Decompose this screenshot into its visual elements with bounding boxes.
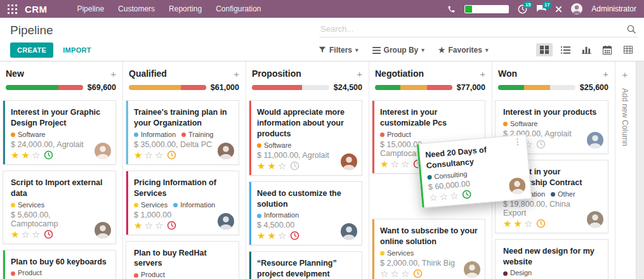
priority-star-icon[interactable]: ★ bbox=[503, 219, 511, 228]
priority-star-icon[interactable]: ☆ bbox=[144, 221, 152, 230]
priority-star-icon[interactable]: ★ bbox=[11, 150, 19, 160]
priority-star-icon[interactable]: ☆ bbox=[21, 230, 29, 239]
kanban-card[interactable]: Script to Import external dataServices$ … bbox=[3, 171, 116, 244]
priority-star-icon[interactable]: ☆ bbox=[524, 219, 532, 228]
priority-star-icon[interactable]: ★ bbox=[267, 231, 275, 240]
activity-clock-icon[interactable] bbox=[167, 221, 176, 230]
view-calendar-button[interactable] bbox=[599, 43, 615, 56]
column-progressbar[interactable] bbox=[252, 85, 329, 90]
priority-star-icon[interactable]: ☆ bbox=[390, 269, 398, 278]
priority-star-icon[interactable]: ★ bbox=[267, 161, 275, 171]
priority-star-icon[interactable]: ☆ bbox=[401, 159, 409, 169]
column-add-icon[interactable]: + bbox=[233, 69, 239, 79]
activity-clock-icon[interactable] bbox=[462, 189, 472, 199]
user-avatar[interactable] bbox=[571, 3, 582, 15]
user-name[interactable]: Administrator bbox=[591, 4, 636, 13]
column-add-icon[interactable]: + bbox=[357, 69, 362, 79]
nav-item-pipeline[interactable]: Pipeline bbox=[70, 0, 111, 18]
kanban-card[interactable]: Plan to buy 60 keyboardsProduct$ 40,000.… bbox=[3, 250, 116, 279]
kanban-board: New+$69,600Interest in your Graphic Desi… bbox=[0, 62, 644, 279]
dragged-card[interactable]: Need 20 Days of ConsultancyConsulting$ 6… bbox=[416, 134, 532, 209]
priority-star-icon[interactable]: ★ bbox=[11, 230, 19, 239]
kanban-card[interactable]: Need new design for my websiteDesign$ 3,… bbox=[495, 239, 608, 279]
activity-clock-icon[interactable] bbox=[167, 150, 176, 160]
tag-dot-icon bbox=[181, 133, 186, 137]
view-pivot-button[interactable] bbox=[620, 43, 636, 56]
priority-star-icon[interactable]: ☆ bbox=[32, 150, 40, 160]
app-brand[interactable]: CRM bbox=[25, 4, 47, 15]
activities-icon[interactable]: 15 bbox=[518, 4, 527, 14]
group-by-button[interactable]: Group By ▾ bbox=[372, 46, 424, 55]
list-view-icon bbox=[561, 46, 570, 54]
filters-button[interactable]: Filters ▾ bbox=[319, 46, 358, 55]
priority-star-icon[interactable]: ☆ bbox=[390, 159, 398, 169]
activity-clock-icon[interactable] bbox=[44, 230, 53, 239]
kanban-card[interactable]: Interest in your Graphic Design ProjectS… bbox=[3, 100, 116, 165]
kanban-card[interactable]: Need to customize the solutionInformatio… bbox=[249, 181, 362, 246]
priority-star-icon[interactable]: ☆ bbox=[401, 269, 409, 278]
phone-icon[interactable] bbox=[447, 5, 456, 13]
column-add-icon[interactable]: + bbox=[110, 69, 116, 79]
favorites-button[interactable]: ★ Favorites ▾ bbox=[438, 46, 489, 55]
priority-star-icon[interactable]: ☆ bbox=[278, 231, 286, 240]
activity-clock-icon[interactable] bbox=[413, 269, 423, 278]
search-icon[interactable] bbox=[626, 24, 636, 37]
column-title: Negotiation bbox=[375, 68, 424, 79]
nav-item-configuration[interactable]: Configuration bbox=[209, 0, 268, 18]
column-progressbar[interactable] bbox=[129, 85, 206, 90]
priority-star-icon[interactable]: ★ bbox=[380, 159, 388, 169]
priority-star-icon[interactable]: ☆ bbox=[380, 269, 388, 278]
card-menu-kebab-icon[interactable]: ⋮ bbox=[513, 137, 522, 146]
search-input[interactable] bbox=[319, 23, 638, 37]
close-tools-icon[interactable] bbox=[555, 6, 562, 13]
kanban-card[interactable]: Trainee's training plan in your Organiza… bbox=[126, 100, 239, 165]
column-progressbar[interactable] bbox=[375, 85, 452, 90]
priority-star-icon[interactable]: ☆ bbox=[32, 230, 40, 239]
apps-menu-icon[interactable] bbox=[8, 4, 17, 14]
column-add-icon[interactable]: + bbox=[603, 69, 608, 79]
activity-clock-icon[interactable] bbox=[290, 161, 299, 171]
activity-clock-icon[interactable] bbox=[536, 140, 546, 149]
priority-star-icon[interactable]: ★ bbox=[21, 150, 29, 160]
tag-dot-icon bbox=[134, 133, 138, 137]
activity-clock-icon[interactable] bbox=[44, 150, 53, 160]
view-graph-button[interactable] bbox=[578, 43, 595, 56]
kanban-card[interactable]: Want to subscribe to your online solutio… bbox=[372, 219, 485, 279]
create-button[interactable]: CREATE bbox=[10, 42, 53, 58]
nav-item-customers[interactable]: Customers bbox=[111, 0, 162, 18]
priority-star-icon[interactable]: ★ bbox=[134, 221, 142, 230]
kanban-card[interactable]: “Resource Planning” project develpmentCo… bbox=[249, 251, 362, 279]
kanban-card[interactable]: Pricing Information of ServicesServicesI… bbox=[126, 171, 239, 235]
priority-star-icon[interactable]: ☆ bbox=[144, 150, 152, 160]
timer-widget[interactable] bbox=[464, 5, 509, 13]
kanban-card[interactable]: Plan to buy RedHat serversProduct$ 25,00… bbox=[126, 241, 239, 279]
priority-star-icon[interactable]: ☆ bbox=[155, 150, 163, 160]
priority-star-icon[interactable]: ☆ bbox=[155, 221, 163, 230]
column-progressbar[interactable] bbox=[6, 85, 83, 90]
priority-star-icon[interactable]: ☆ bbox=[439, 191, 449, 201]
priority-star-icon[interactable]: ☆ bbox=[449, 190, 459, 200]
column-add-icon[interactable]: + bbox=[480, 69, 485, 79]
activity-clock-icon[interactable] bbox=[290, 231, 299, 240]
add-column-label[interactable]: Add new Column bbox=[621, 88, 629, 146]
priority-star-icon[interactable]: ★ bbox=[257, 161, 265, 171]
column-progressbar[interactable] bbox=[498, 85, 575, 90]
priority-star-icon[interactable]: ★ bbox=[257, 231, 265, 240]
view-list-button[interactable] bbox=[557, 43, 574, 56]
priority-star-icon[interactable]: ★ bbox=[134, 150, 142, 160]
kanban-view-icon bbox=[540, 46, 549, 54]
tag-dot-icon bbox=[427, 175, 432, 180]
kanban-card[interactable]: Would appreciate more information about … bbox=[249, 100, 362, 176]
view-kanban-button[interactable] bbox=[536, 43, 553, 56]
activity-clock-icon[interactable] bbox=[536, 219, 546, 228]
add-column-plus-icon[interactable]: + bbox=[615, 70, 634, 79]
priority-star-icon[interactable]: ☆ bbox=[278, 161, 286, 171]
priority-star-icon[interactable]: ★ bbox=[513, 219, 522, 228]
nav-item-reporting[interactable]: Reporting bbox=[162, 0, 209, 18]
filters-label: Filters bbox=[329, 46, 352, 55]
add-column-rail[interactable]: + Add new Column bbox=[615, 62, 634, 279]
card-color-stripe bbox=[372, 101, 374, 173]
messages-icon[interactable]: 17 bbox=[536, 4, 546, 13]
priority-star-icon[interactable]: ☆ bbox=[429, 192, 438, 202]
import-button[interactable]: IMPORT bbox=[63, 46, 91, 54]
